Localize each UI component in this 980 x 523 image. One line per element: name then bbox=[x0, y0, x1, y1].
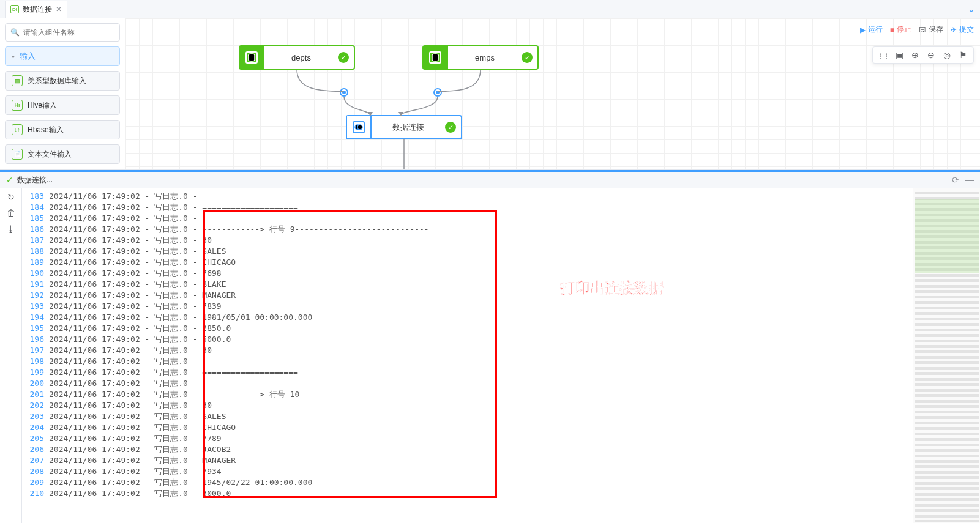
log-content[interactable]: 1832024/11/06 17:49:02 - 写日志.0 - 1842024… bbox=[22, 188, 913, 523]
line-number: 189 bbox=[22, 257, 49, 268]
submit-button[interactable]: ✈ 提交 bbox=[951, 24, 974, 35]
database-icon: ▤ bbox=[12, 75, 23, 86]
line-text: 2024/11/06 17:49:02 - 写日志.0 - bbox=[49, 378, 202, 389]
line-text: 2024/11/06 17:49:02 - 写日志.0 - 2850.0 bbox=[49, 323, 231, 334]
line-number: 190 bbox=[22, 268, 49, 279]
line-number: 197 bbox=[22, 345, 49, 356]
toolbar: ▶ 运行 ■ 停止 🖫 保存 ✈ 提交 bbox=[860, 24, 974, 35]
node-title: 数据连接 bbox=[372, 122, 445, 133]
line-number: 203 bbox=[22, 411, 49, 422]
sidebar-item-label: Hive输入 bbox=[28, 100, 57, 111]
line-text: 2024/11/06 17:49:02 - 写日志.0 - bbox=[49, 356, 202, 367]
line-text: 2024/11/06 17:49:02 - 写日志.0 - 30 bbox=[49, 235, 212, 246]
run-button[interactable]: ▶ 运行 bbox=[860, 24, 883, 35]
line-number: 206 bbox=[22, 444, 49, 455]
hive-icon: Hi bbox=[12, 100, 23, 111]
line-text: 2024/11/06 17:49:02 - 写日志.0 - 7934 bbox=[49, 466, 222, 477]
sidebar-item-label: 关系型数据库输入 bbox=[28, 76, 86, 86]
node-emps[interactable]: emps ✓ bbox=[422, 45, 539, 70]
line-text: 2024/11/06 17:49:02 - 写日志.0 - ----------… bbox=[49, 224, 429, 235]
line-text: 2024/11/06 17:49:02 - 写日志.0 - SALES bbox=[49, 411, 226, 422]
log-line: 2102024/11/06 17:49:02 - 写日志.0 - 3000.0 bbox=[22, 488, 913, 499]
sidebar-item-text-file-input[interactable]: 📄 文本文件输入 bbox=[5, 144, 120, 164]
log-side-toolbar: ↻ 🗑 ⭳ bbox=[0, 188, 22, 523]
line-number: 201 bbox=[22, 389, 49, 400]
node-join[interactable]: 数据连接 ✓ bbox=[346, 115, 462, 139]
line-text: 2024/11/06 17:49:02 - 写日志.0 - 7789 bbox=[49, 433, 222, 444]
close-icon[interactable]: ✕ bbox=[56, 5, 62, 13]
line-number: 204 bbox=[22, 422, 49, 433]
node-depts[interactable]: depts ✓ bbox=[239, 45, 355, 70]
svg-point-3 bbox=[357, 125, 362, 130]
canvas[interactable]: ▶ 运行 ■ 停止 🖫 保存 ✈ 提交 ⬚ ▣ ⊕ ⊖ ◎ ⚑ bbox=[125, 18, 980, 169]
fit-icon[interactable]: ▣ bbox=[894, 50, 905, 61]
line-text: 2024/11/06 17:49:02 - 写日志.0 - ----------… bbox=[49, 389, 434, 400]
database-icon bbox=[245, 51, 258, 64]
search-icon: 🔍 bbox=[10, 28, 20, 37]
log-line: 1912024/11/06 17:49:02 - 写日志.0 - BLAKE bbox=[22, 279, 913, 290]
log-line: 1932024/11/06 17:49:02 - 写日志.0 - 7839 bbox=[22, 301, 913, 312]
log-line: 1982024/11/06 17:49:02 - 写日志.0 - bbox=[22, 356, 913, 367]
sidebar-item-relational-db-input[interactable]: ▤ 关系型数据库输入 bbox=[5, 71, 120, 91]
node-head bbox=[424, 46, 448, 69]
log-line: 1902024/11/06 17:49:02 - 写日志.0 - 7698 bbox=[22, 268, 913, 279]
log-panel-title: 数据连接... bbox=[17, 175, 53, 185]
locate-icon[interactable]: ◎ bbox=[941, 50, 952, 61]
bookmark-icon[interactable]: ⚑ bbox=[957, 50, 968, 61]
log-line: 1952024/11/06 17:49:02 - 写日志.0 - 2850.0 bbox=[22, 323, 913, 334]
annotation-text: 打印出连接数据 bbox=[561, 283, 664, 294]
check-icon: ✓ bbox=[522, 52, 533, 63]
line-number: 199 bbox=[22, 367, 49, 378]
line-number: 195 bbox=[22, 323, 49, 334]
node-title: emps bbox=[448, 53, 522, 62]
log-line: 1872024/11/06 17:49:02 - 写日志.0 - 30 bbox=[22, 235, 913, 246]
database-icon bbox=[429, 51, 441, 64]
zoom-out-icon[interactable]: ⊖ bbox=[926, 50, 937, 61]
minimize-icon[interactable]: — bbox=[965, 175, 974, 185]
log-line: 1832024/11/06 17:49:02 - 写日志.0 - bbox=[22, 191, 913, 202]
line-text: 2024/11/06 17:49:02 - 写日志.0 - 1945/02/22… bbox=[49, 477, 312, 488]
port-icon[interactable] bbox=[340, 88, 348, 97]
line-number: 196 bbox=[22, 334, 49, 345]
line-text: 2024/11/06 17:49:02 - 写日志.0 - BLAKE bbox=[49, 279, 226, 290]
line-number: 207 bbox=[22, 455, 49, 466]
minimap[interactable] bbox=[913, 188, 980, 523]
select-icon[interactable]: ⬚ bbox=[878, 50, 889, 61]
line-text: 2024/11/06 17:49:02 - 写日志.0 - SALES bbox=[49, 246, 226, 257]
sidebar-item-hbase-input[interactable]: ↓↑ Hbase输入 bbox=[5, 120, 120, 139]
log-line: 1882024/11/06 17:49:02 - 写日志.0 - SALES bbox=[22, 246, 913, 257]
zoom-in-icon[interactable]: ⊕ bbox=[910, 50, 921, 61]
trash-icon[interactable]: 🗑 bbox=[7, 208, 15, 218]
log-line: 1942024/11/06 17:49:02 - 写日志.0 - 1981/05… bbox=[22, 312, 913, 323]
line-text: 2024/11/06 17:49:02 - 写日志.0 - CHICAGO bbox=[49, 257, 236, 268]
line-number: 187 bbox=[22, 235, 49, 246]
port-icon[interactable] bbox=[433, 88, 442, 97]
line-text: 2024/11/06 17:49:02 - 写日志.0 - 5000.0 bbox=[49, 334, 231, 345]
tab-data-connection[interactable]: DI 数据连接 ✕ bbox=[5, 1, 67, 18]
join-icon bbox=[353, 121, 365, 133]
line-number: 200 bbox=[22, 378, 49, 389]
log-line: 2012024/11/06 17:49:02 - 写日志.0 - -------… bbox=[22, 389, 913, 400]
search-input[interactable] bbox=[23, 28, 115, 37]
line-number: 210 bbox=[22, 488, 49, 499]
line-number: 202 bbox=[22, 400, 49, 411]
line-text: 2024/11/06 17:49:02 - 写日志.0 - 30 bbox=[49, 400, 212, 411]
log-line: 1992024/11/06 17:49:02 - 写日志.0 - =======… bbox=[22, 367, 913, 378]
log-line: 1922024/11/06 17:49:02 - 写日志.0 - MANAGER bbox=[22, 290, 913, 301]
line-text: 2024/11/06 17:49:02 - 写日志.0 - MANAGER bbox=[49, 455, 236, 466]
sidebar-item-hive-input[interactable]: Hi Hive输入 bbox=[5, 95, 120, 115]
line-text: 2024/11/06 17:49:02 - 写日志.0 - 30 bbox=[49, 345, 212, 356]
log-line: 2072024/11/06 17:49:02 - 写日志.0 - MANAGER bbox=[22, 455, 913, 466]
search-input-wrap[interactable]: 🔍 bbox=[5, 23, 120, 42]
download-icon[interactable]: ⭳ bbox=[7, 224, 15, 234]
node-title: depts bbox=[264, 53, 338, 62]
refresh-icon[interactable]: ⟳ bbox=[952, 175, 959, 185]
reload-icon[interactable]: ↻ bbox=[7, 192, 15, 202]
log-line: 1972024/11/06 17:49:02 - 写日志.0 - 30 bbox=[22, 345, 913, 356]
line-number: 184 bbox=[22, 202, 49, 213]
stop-button[interactable]: ■ 停止 bbox=[890, 24, 911, 35]
category-input[interactable]: ▾ 输入 bbox=[5, 46, 120, 66]
save-button[interactable]: 🖫 保存 bbox=[919, 24, 943, 35]
expand-down-icon[interactable]: ⌄ bbox=[968, 4, 975, 14]
check-icon: ✓ bbox=[338, 52, 349, 63]
